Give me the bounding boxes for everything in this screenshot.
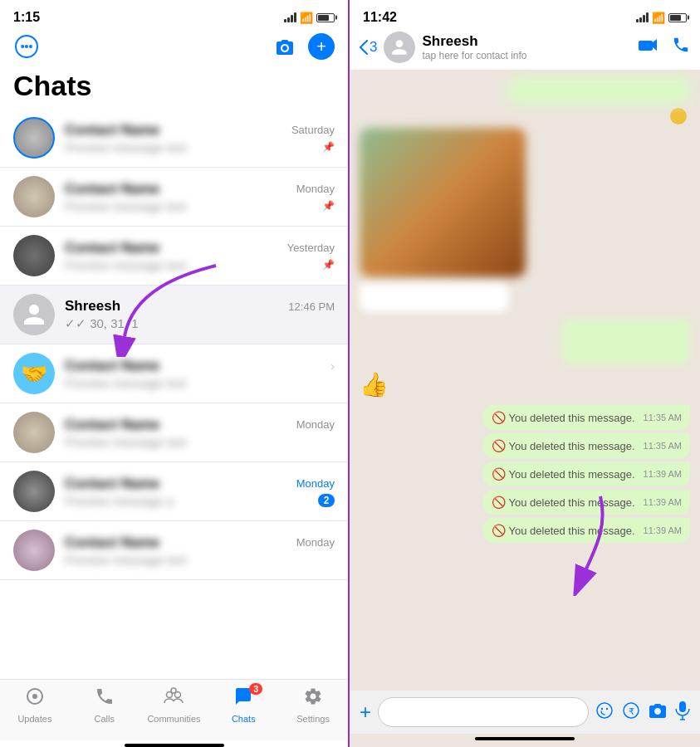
message-input[interactable] bbox=[378, 697, 589, 727]
chat-name: Contact Name bbox=[65, 476, 159, 492]
camera-button[interactable] bbox=[272, 33, 298, 60]
status-icons-left: 📶 bbox=[284, 12, 335, 24]
phone-call-button[interactable] bbox=[672, 36, 690, 59]
video-call-button[interactable] bbox=[639, 36, 658, 59]
attachment-button[interactable]: + bbox=[360, 701, 371, 724]
chat-name: Contact Name bbox=[65, 535, 159, 551]
chat-name: Contact Name bbox=[65, 240, 159, 256]
deleted-time: 11:35 AM bbox=[644, 441, 682, 451]
chat-info: Contact Name Saturday Preview message te… bbox=[65, 122, 335, 154]
top-bar-left: ••• + bbox=[0, 28, 348, 66]
chat-list: Contact Name Saturday Preview message te… bbox=[0, 109, 348, 679]
avatar bbox=[13, 530, 55, 571]
chat-preview: Preview message text bbox=[65, 199, 322, 213]
compose-button[interactable]: + bbox=[308, 33, 335, 60]
deleted-message-2: 🚫 You deleted this message. 11:35 AM bbox=[483, 433, 691, 458]
menu-button[interactable]: ••• bbox=[13, 33, 40, 60]
tab-updates-label: Updates bbox=[17, 714, 51, 724]
tab-communities[interactable]: Communities bbox=[140, 686, 209, 724]
deleted-time: 11:35 AM bbox=[644, 413, 682, 422]
tab-calls[interactable]: Calls bbox=[70, 686, 140, 724]
chat-time: Monday bbox=[296, 477, 335, 490]
contact-info[interactable]: Shreesh tap here for contact info bbox=[422, 33, 632, 61]
avatar bbox=[13, 117, 55, 159]
list-item[interactable]: Contact Name Yesterday Preview message t… bbox=[0, 227, 348, 286]
chat-name: Contact Name bbox=[65, 181, 159, 198]
payment-button[interactable]: ₹ bbox=[622, 701, 640, 724]
blurred-image-message bbox=[360, 128, 526, 277]
back-chevron-icon bbox=[360, 40, 368, 55]
home-indicator-right bbox=[475, 737, 575, 740]
contact-name: Shreesh bbox=[422, 33, 632, 50]
list-item[interactable]: Contact Name Monday Preview message text… bbox=[0, 168, 348, 227]
status-dot bbox=[670, 108, 687, 124]
blurred-sent-message bbox=[561, 319, 690, 364]
settings-icon bbox=[303, 686, 323, 711]
chat-name: Contact Name bbox=[65, 358, 159, 374]
shreesh-chat-item[interactable]: Shreesh 12:46 PM ✓✓ 30, 31, 1 bbox=[0, 286, 348, 344]
time-right: 11:42 bbox=[363, 10, 397, 25]
chats-icon: 3 bbox=[233, 686, 254, 711]
chat-preview: Preview message text bbox=[65, 376, 335, 390]
communities-icon bbox=[163, 686, 184, 711]
chat-name: Contact Name bbox=[65, 417, 159, 433]
left-panel: 1:15 📶 ••• + Cha bbox=[0, 0, 350, 747]
avatar bbox=[13, 176, 55, 217]
tab-settings[interactable]: Settings bbox=[278, 686, 348, 724]
battery-icon-left bbox=[316, 13, 335, 22]
back-button[interactable]: 3 bbox=[360, 39, 377, 56]
messages-area: 👍 🚫 You deleted this message. 11:35 AM 🚫… bbox=[350, 70, 700, 691]
home-indicator-left bbox=[125, 744, 224, 747]
deleted-icon: 🚫 bbox=[492, 411, 506, 424]
chat-info: Contact Name Monday Preview message text bbox=[65, 535, 335, 567]
signal-icon-right bbox=[636, 12, 649, 22]
battery-icon-right bbox=[668, 13, 687, 22]
svg-rect-12 bbox=[679, 701, 686, 712]
sticker-button[interactable] bbox=[595, 701, 614, 724]
chat-time: Saturday bbox=[291, 124, 335, 136]
avatar bbox=[13, 412, 55, 453]
tab-calls-label: Calls bbox=[94, 714, 114, 724]
unread-badge: 2 bbox=[318, 494, 335, 507]
page-title: Chats bbox=[0, 66, 348, 109]
tab-settings-label: Settings bbox=[296, 714, 330, 724]
tab-chats[interactable]: 3 Chats bbox=[208, 686, 278, 724]
list-item[interactable]: Contact Name Monday Preview message text bbox=[0, 403, 348, 462]
contact-avatar[interactable] bbox=[384, 32, 415, 63]
avatar bbox=[13, 294, 55, 335]
person-icon bbox=[22, 302, 47, 327]
status-bar-right: 11:42 📶 bbox=[350, 0, 700, 28]
chat-name: Contact Name bbox=[65, 122, 159, 139]
avatar bbox=[13, 471, 55, 512]
chat-time: Monday bbox=[296, 536, 335, 549]
chat-preview: Preview message a bbox=[65, 494, 318, 508]
chat-preview: ✓✓ 30, 31, 1 bbox=[65, 316, 139, 331]
chat-header: 3 Shreesh tap here for contact info bbox=[350, 28, 700, 70]
deleted-message-4: 🚫 You deleted this message. 11:39 AM bbox=[483, 490, 691, 515]
deleted-icon: 🚫 bbox=[492, 439, 506, 452]
microphone-button[interactable] bbox=[675, 701, 690, 725]
avatar bbox=[13, 235, 55, 276]
chat-preview: Preview message text bbox=[65, 435, 335, 449]
tab-updates[interactable]: Updates bbox=[0, 686, 70, 724]
list-item[interactable]: 🤝 Contact Name › Preview message text bbox=[0, 344, 348, 403]
svg-point-5 bbox=[171, 688, 176, 693]
wifi-icon: 📶 bbox=[300, 12, 313, 24]
contact-subtitle: tap here for contact info bbox=[422, 50, 632, 61]
tab-communities-label: Communities bbox=[147, 714, 200, 724]
chat-time: Yesterday bbox=[287, 242, 335, 254]
chat-info: Shreesh 12:46 PM ✓✓ 30, 31, 1 bbox=[65, 298, 335, 331]
blurred-received-message bbox=[360, 284, 509, 312]
deleted-icon: 🚫 bbox=[492, 496, 506, 509]
list-item[interactable]: Contact Name Monday Preview message text bbox=[0, 521, 348, 580]
camera-msg-button[interactable] bbox=[649, 702, 667, 723]
deleted-time: 11:39 AM bbox=[644, 497, 682, 507]
header-actions bbox=[639, 36, 690, 59]
list-item[interactable]: Contact Name Monday Preview message a 2 bbox=[0, 462, 348, 521]
chat-preview: Preview message text bbox=[65, 140, 322, 154]
list-item[interactable]: Contact Name Saturday Preview message te… bbox=[0, 109, 348, 168]
deleted-text: You deleted this message. bbox=[509, 525, 635, 537]
contact-person-icon bbox=[390, 38, 409, 56]
calls-icon bbox=[95, 686, 115, 711]
deleted-text: You deleted this message. bbox=[509, 468, 635, 481]
